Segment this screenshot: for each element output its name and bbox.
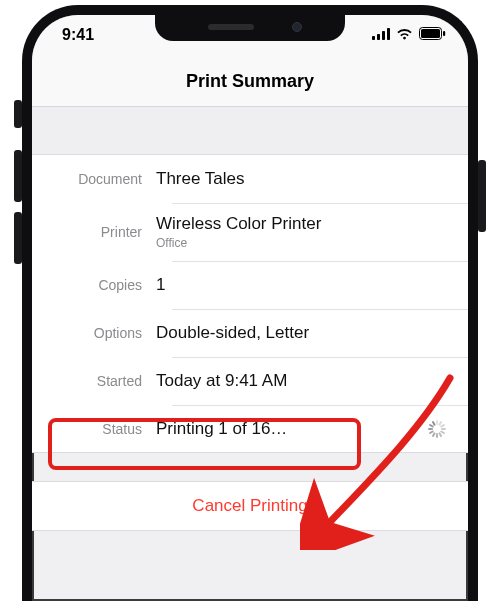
svg-rect-3 <box>387 28 390 40</box>
status-time: 9:41 <box>62 26 94 44</box>
row-started-label: Started <box>32 373 156 389</box>
row-printer-value: Wireless Color Printer Office <box>156 213 321 250</box>
volume-up-button <box>14 150 22 202</box>
speaker-grille <box>208 24 254 30</box>
row-status-label: Status <box>32 421 156 437</box>
row-options-label: Options <box>32 325 156 341</box>
wifi-icon <box>396 26 413 44</box>
svg-rect-5 <box>421 29 440 38</box>
svg-rect-6 <box>443 31 445 36</box>
section-gap <box>32 107 468 155</box>
volume-down-button <box>14 212 22 264</box>
row-document: Document Three Tales <box>32 155 468 203</box>
spinner-icon <box>428 420 446 438</box>
cancel-printing-button[interactable]: Cancel Printing <box>32 482 468 530</box>
navigation-bar: Print Summary <box>32 55 468 107</box>
row-copies: Copies 1 <box>32 261 468 309</box>
row-status-value: Printing 1 of 16… <box>156 418 287 439</box>
row-options: Options Double-sided, Letter <box>32 309 468 357</box>
silence-switch <box>14 100 22 128</box>
row-copies-value: 1 <box>156 274 165 295</box>
page-title: Print Summary <box>32 71 468 92</box>
cellular-icon <box>372 26 390 44</box>
battery-icon <box>419 26 446 44</box>
row-printer-label: Printer <box>32 224 156 240</box>
row-options-value: Double-sided, Letter <box>156 322 309 343</box>
svg-rect-0 <box>372 36 375 40</box>
row-started: Started Today at 9:41 AM <box>32 357 468 405</box>
notch <box>155 13 345 41</box>
details-list: Document Three Tales Printer Wireless Co… <box>32 155 468 453</box>
row-printer-location: Office <box>156 236 321 251</box>
cancel-section: Cancel Printing <box>32 481 468 531</box>
svg-rect-1 <box>377 34 380 40</box>
row-started-value: Today at 9:41 AM <box>156 370 287 391</box>
front-camera <box>292 22 302 32</box>
row-copies-label: Copies <box>32 277 156 293</box>
svg-rect-2 <box>382 31 385 40</box>
row-status: Status Printing 1 of 16… <box>32 405 468 453</box>
row-printer: Printer Wireless Color Printer Office <box>32 203 468 261</box>
phone-frame: 9:41 Print Summary Document Three Tales … <box>22 5 478 601</box>
row-document-value: Three Tales <box>156 168 245 189</box>
row-printer-name: Wireless Color Printer <box>156 214 321 233</box>
row-document-label: Document <box>32 171 156 187</box>
power-button <box>478 160 486 232</box>
